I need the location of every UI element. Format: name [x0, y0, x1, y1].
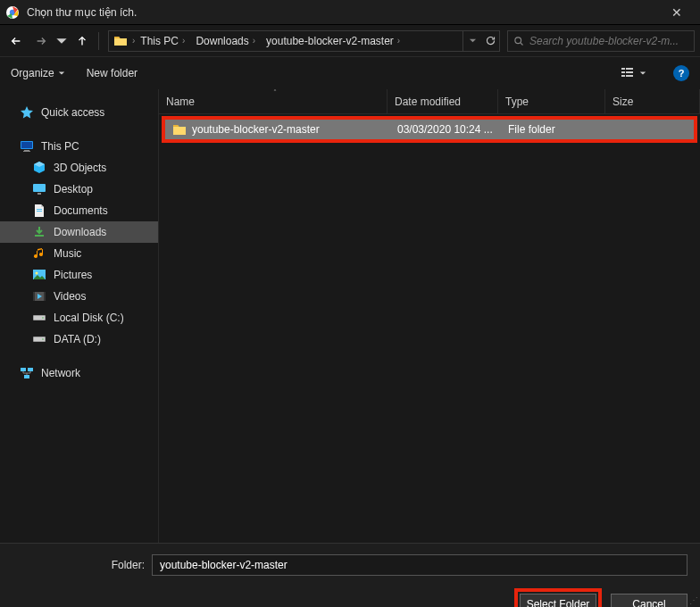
svg-rect-22 — [44, 292, 46, 301]
sidebar-item-label: Documents — [54, 204, 108, 217]
sidebar-item-documents[interactable]: Documents — [0, 200, 158, 221]
picture-icon — [32, 268, 46, 282]
folder-label: Folder: — [12, 559, 145, 571]
sidebar-item-data-d[interactable]: DATA (D:) — [0, 328, 158, 350]
sidebar-quick-access[interactable]: Quick access — [0, 102, 158, 123]
help-button[interactable]: ? — [673, 65, 689, 81]
sidebar-item-label: Pictures — [54, 269, 92, 281]
document-icon — [32, 204, 46, 218]
sidebar-item-label: Music — [54, 247, 81, 260]
sidebar-item-videos[interactable]: Videos — [0, 286, 158, 307]
drive-icon — [32, 332, 46, 346]
svg-rect-16 — [37, 211, 42, 212]
sidebar-item-label: Local Disk (C:) — [54, 312, 124, 324]
sidebar-item-label: Videos — [54, 290, 86, 303]
file-list[interactable]: youtube-blocker-v2-master 03/03/2020 10:… — [159, 114, 700, 543]
column-size[interactable]: Size — [605, 89, 700, 113]
svg-point-2 — [515, 37, 521, 43]
svg-rect-17 — [35, 235, 44, 237]
forward-button[interactable] — [30, 30, 52, 52]
svg-rect-7 — [621, 75, 625, 77]
sidebar-item-3d-objects[interactable]: 3D Objects — [0, 157, 158, 179]
svg-rect-15 — [37, 209, 42, 210]
refresh-button[interactable] — [481, 31, 499, 51]
sidebar-item-downloads[interactable]: Downloads — [0, 221, 158, 243]
cube-icon — [32, 161, 46, 175]
up-button[interactable] — [71, 30, 93, 52]
address-bar[interactable]: › This PC › Downloads › youtube-blocker-… — [108, 30, 500, 52]
column-label: Name — [166, 96, 195, 108]
breadcrumb-item[interactable]: youtube-blocker-v2-master › — [261, 35, 405, 47]
titlebar: Chọn thư mục tiện ích. ✕ — [0, 0, 700, 25]
svg-rect-6 — [626, 71, 633, 73]
search-box[interactable] — [507, 30, 695, 52]
svg-point-19 — [36, 272, 38, 275]
sidebar-item-pictures[interactable]: Pictures — [0, 264, 158, 286]
file-view: ˄ Name Date modified Type Size youtube-b… — [159, 89, 700, 543]
back-button[interactable] — [5, 30, 27, 52]
bottom-panel: Folder: Select Folder Cancel ⋰ — [0, 543, 700, 607]
sidebar-network[interactable]: Network — [0, 362, 158, 384]
highlight-annotation: youtube-blocker-v2-master 03/03/2020 10:… — [162, 116, 697, 143]
svg-rect-8 — [626, 75, 633, 77]
cancel-button[interactable]: Cancel — [611, 594, 688, 607]
network-icon — [20, 366, 34, 380]
close-button[interactable]: ✕ — [659, 5, 695, 20]
organize-menu[interactable]: Organize — [11, 67, 65, 79]
search-icon — [513, 36, 524, 46]
folder-icon — [112, 33, 129, 49]
music-icon — [32, 246, 46, 261]
svg-rect-30 — [28, 368, 33, 371]
file-row[interactable]: youtube-blocker-v2-master 03/03/2020 10:… — [165, 120, 694, 139]
svg-rect-29 — [21, 368, 26, 371]
monitor-icon — [20, 139, 34, 154]
drive-icon — [32, 311, 46, 325]
folder-icon — [172, 123, 187, 136]
svg-rect-5 — [621, 71, 625, 73]
svg-rect-10 — [21, 142, 32, 148]
breadcrumb-item[interactable]: Downloads › — [190, 35, 261, 47]
desktop-icon — [32, 182, 46, 196]
svg-rect-13 — [33, 184, 46, 192]
sidebar-item-label: Network — [41, 367, 80, 379]
download-icon — [32, 225, 46, 239]
select-folder-button[interactable]: Select Folder — [520, 594, 596, 607]
navbar: › This PC › Downloads › youtube-blocker-… — [0, 25, 700, 57]
sidebar: Quick access This PC 3D Objects Desktop … — [0, 89, 159, 543]
column-label: Date modified — [395, 96, 461, 108]
breadcrumb-item[interactable]: This PC › — [135, 35, 190, 47]
toolbar: Organize New folder ? — [0, 57, 700, 89]
resize-grip[interactable]: ⋰ — [689, 595, 698, 605]
svg-rect-4 — [626, 68, 633, 70]
sidebar-item-desktop[interactable]: Desktop — [0, 179, 158, 200]
sidebar-this-pc[interactable]: This PC — [0, 136, 158, 157]
sidebar-item-local-disk-c[interactable]: Local Disk (C:) — [0, 307, 158, 328]
column-type[interactable]: Type — [498, 89, 605, 113]
video-icon — [32, 289, 46, 304]
app-icon — [5, 5, 20, 20]
recent-dropdown[interactable] — [55, 30, 68, 52]
svg-point-25 — [42, 317, 44, 319]
sidebar-item-label: Downloads — [54, 226, 106, 238]
sidebar-item-label: 3D Objects — [54, 162, 106, 174]
window-title: Chọn thư mục tiện ích. — [27, 6, 659, 19]
svg-rect-11 — [24, 150, 29, 151]
sidebar-item-music[interactable]: Music — [0, 243, 158, 264]
star-icon — [20, 105, 34, 120]
svg-rect-3 — [621, 68, 625, 70]
column-label: Type — [505, 96, 529, 108]
new-folder-button[interactable]: New folder — [87, 67, 138, 79]
folder-input[interactable] — [152, 554, 688, 576]
address-dropdown[interactable] — [463, 31, 481, 51]
sidebar-item-label: Quick access — [41, 106, 104, 119]
sidebar-item-label: DATA (D:) — [54, 333, 101, 345]
svg-rect-31 — [24, 375, 29, 378]
column-date[interactable]: Date modified — [388, 89, 498, 113]
column-name[interactable]: ˄ Name — [159, 89, 388, 113]
sidebar-item-label: This PC — [41, 140, 79, 153]
search-input[interactable] — [529, 35, 688, 47]
main-area: Quick access This PC 3D Objects Desktop … — [0, 89, 700, 543]
svg-rect-14 — [38, 193, 41, 195]
view-options-button[interactable] — [621, 62, 646, 84]
sort-indicator-icon: ˄ — [273, 88, 277, 96]
